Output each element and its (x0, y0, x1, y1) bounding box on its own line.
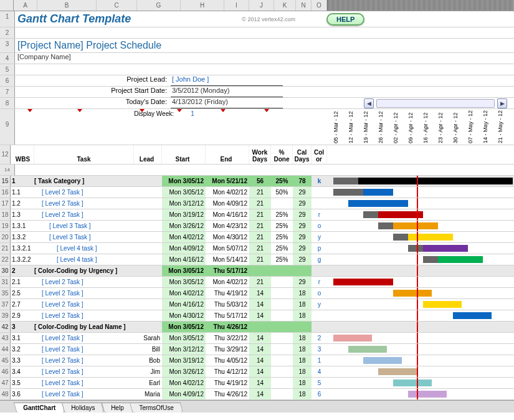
table-row[interactable]: 433.1[ Level 2 Task ]SarahMon 3/05/12Thu… (0, 333, 514, 344)
cell-pctdone[interactable]: 50% (271, 187, 293, 198)
cell-end[interactable]: Thu 4/19/12 (206, 288, 249, 298)
cell-caldays[interactable]: 18 (293, 288, 312, 298)
table-row[interactable]: 443.2[ Level 2 Task ]BillMon 3/12/12Thu … (0, 344, 514, 355)
cell-caldays[interactable]: 18 (293, 299, 312, 310)
cell-start[interactable]: Mon 4/02/12 (162, 378, 206, 388)
cell-lead[interactable]: Earl (134, 378, 162, 388)
cell-lead[interactable] (134, 209, 162, 220)
column-header-J[interactable]: J (249, 0, 274, 11)
cell-wbs[interactable]: 3 (11, 322, 34, 332)
cell-pctdone[interactable]: 25% (271, 209, 293, 220)
cell-color[interactable]: y (312, 299, 327, 310)
cell-color[interactable]: 2 (312, 333, 327, 343)
cell-workdays[interactable]: 21 (249, 221, 271, 231)
cell-start[interactable]: Mon 4/09/12 (162, 389, 206, 399)
sheet-tab-holidays[interactable]: Holidays (62, 403, 105, 413)
cell-lead[interactable] (134, 277, 162, 287)
cell-wbs[interactable]: 3.1 (11, 333, 34, 343)
cell-workdays[interactable]: 21 (249, 232, 271, 242)
cell-caldays[interactable]: 29 (293, 277, 312, 287)
cell-task[interactable]: [ Level 2 Task ] (34, 299, 134, 310)
cell-lead[interactable] (134, 232, 162, 242)
cell-wbs[interactable]: 1.3.2.1 (11, 243, 34, 254)
cell-wbs[interactable]: 3.5 (11, 378, 34, 388)
cell-color[interactable] (312, 187, 327, 198)
company-name[interactable]: [Company Name] (15, 53, 74, 64)
cell-lead[interactable] (134, 265, 162, 276)
column-header-N[interactable]: N (296, 0, 312, 11)
cell-start[interactable]: Mon 3/05/12 (162, 265, 206, 276)
cell-end[interactable]: Thu 5/03/12 (206, 299, 249, 310)
cell-lead[interactable]: Bill (134, 344, 162, 355)
cell-wbs[interactable]: 2.9 (11, 310, 34, 321)
cell-caldays[interactable]: 29 (293, 232, 312, 242)
cell-pctdone[interactable]: 25% (271, 232, 293, 242)
cell-end[interactable]: Thu 5/17/12 (206, 310, 249, 321)
lead-value[interactable]: [ John Doe ] (171, 75, 283, 86)
cell-color[interactable]: y (312, 232, 327, 242)
start-date-value[interactable]: 3/5/2012 (Monday) (171, 87, 283, 97)
cell-wbs[interactable]: 1.2 (11, 198, 34, 209)
cell-lead[interactable] (134, 221, 162, 231)
cell-color[interactable]: o (312, 221, 327, 231)
cell-workdays[interactable]: 21 (249, 277, 271, 287)
table-row[interactable]: 201.3.2[ Level 3 Task ]Mon 4/02/12Mon 4/… (0, 232, 514, 243)
cell-pctdone[interactable] (271, 322, 293, 332)
cell-start[interactable]: Mon 4/16/12 (162, 299, 206, 310)
cell-color[interactable]: g (312, 254, 327, 265)
cell-end[interactable]: Mon 5/14/12 (206, 254, 249, 265)
cell-pctdone[interactable]: 25% (271, 176, 293, 186)
scroll-track[interactable] (376, 99, 495, 108)
cell-pctdone[interactable] (271, 333, 293, 343)
cell-start[interactable]: Mon 4/09/12 (162, 243, 206, 254)
cell-end[interactable]: Mon 5/21/12 (206, 176, 249, 186)
column-header-O[interactable]: O (312, 0, 327, 11)
cell-end[interactable]: Mon 5/07/12 (206, 243, 249, 254)
help-button[interactable]: HELP (326, 13, 364, 26)
cell-workdays[interactable]: 21 (249, 187, 271, 198)
cell-end[interactable]: Mon 4/02/12 (206, 187, 249, 198)
cell-color[interactable]: 4 (312, 366, 327, 377)
cell-pctdone[interactable] (271, 277, 293, 287)
table-row[interactable]: 191.3.1[ Level 3 Task ]Mon 3/26/12Mon 4/… (0, 221, 514, 232)
table-row[interactable]: 473.5[ Level 2 Task ]EarlMon 4/02/12Thu … (0, 378, 514, 389)
table-row[interactable]: 483.6[ Level 2 Task ]MariaMon 4/09/12Thu… (0, 389, 514, 400)
table-row[interactable]: 312.1[ Level 2 Task ]Mon 3/05/12Mon 4/02… (0, 277, 514, 288)
cell-workdays[interactable]: 14 (249, 389, 271, 399)
cell-task[interactable]: [ Level 2 Task ] (34, 310, 134, 321)
cell-start[interactable]: Mon 3/26/12 (162, 221, 206, 231)
cell-caldays[interactable]: 29 (293, 209, 312, 220)
cell-pctdone[interactable]: 25% (271, 243, 293, 254)
cell-wbs[interactable]: 1.3.2 (11, 232, 34, 242)
cell-end[interactable]: Mon 4/16/12 (206, 209, 249, 220)
sheet-tab-help[interactable]: Help (101, 403, 133, 413)
cell-pctdone[interactable] (271, 198, 293, 209)
scroll-right-button[interactable]: ▶ (497, 98, 507, 108)
cell-end[interactable]: Mon 4/23/12 (206, 221, 249, 231)
column-header-K[interactable]: K (274, 0, 296, 11)
cell-task[interactable]: [ Level 2 Task ] (34, 355, 134, 366)
cell-task[interactable]: [ Level 2 Task ] (34, 366, 134, 377)
sheet-tab-termsofuse[interactable]: TermsOfUse (130, 403, 183, 413)
column-header-G[interactable]: G (137, 0, 181, 11)
table-row[interactable]: 392.9[ Level 2 Task ]Mon 4/30/12Thu 5/17… (0, 310, 514, 322)
cell-workdays[interactable]: 14 (249, 355, 271, 366)
cell-wbs[interactable]: 3.2 (11, 344, 34, 355)
cell-task[interactable]: [ Color-Coding by Lead Name ] (34, 322, 134, 332)
cell-wbs[interactable]: 3.3 (11, 355, 34, 366)
cell-wbs[interactable]: 2.7 (11, 299, 34, 310)
cell-pctdone[interactable]: 25% (271, 254, 293, 265)
cell-caldays[interactable]: 18 (293, 333, 312, 343)
cell-lead[interactable] (134, 310, 162, 321)
scroll-left-button[interactable]: ◀ (364, 98, 374, 108)
table-row[interactable]: 372.7[ Level 2 Task ]Mon 4/16/12Thu 5/03… (0, 299, 514, 310)
cell-caldays[interactable]: 29 (293, 243, 312, 254)
cell-workdays[interactable]: 14 (249, 366, 271, 377)
cell-wbs[interactable]: 2 (11, 265, 34, 276)
cell-lead[interactable]: Maria (134, 389, 162, 399)
cell-color[interactable]: 6 (312, 389, 327, 399)
cell-start[interactable]: Mon 3/05/12 (162, 187, 206, 198)
cell-caldays[interactable]: 18 (293, 378, 312, 388)
cell-caldays[interactable]: 29 (293, 254, 312, 265)
cell-task[interactable]: [ Level 2 Task ] (34, 187, 134, 198)
